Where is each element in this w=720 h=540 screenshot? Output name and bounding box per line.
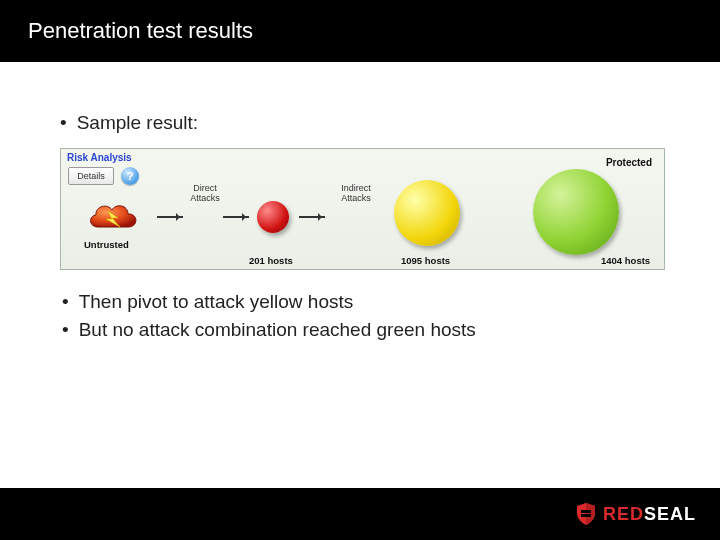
logo-text: REDSEAL bbox=[603, 504, 696, 525]
direct-attacks-l2: Attacks bbox=[190, 193, 220, 203]
bullet-pivot-yellow: • Then pivot to attack yellow hosts bbox=[62, 288, 670, 316]
direct-attacks-label: Direct Attacks bbox=[183, 184, 227, 204]
panel-title: Risk Analysis bbox=[67, 152, 132, 163]
help-icon[interactable]: ? bbox=[121, 167, 139, 185]
redseal-logo: REDSEAL bbox=[575, 502, 696, 526]
arrow-icon bbox=[223, 216, 249, 218]
bullet-no-green-text: But no attack combination reached green … bbox=[79, 316, 476, 344]
bullet-sample-result: • Sample result: bbox=[60, 112, 670, 134]
green-hosts-count: 1404 hosts bbox=[601, 255, 650, 266]
indirect-attacks-label: Indirect Attacks bbox=[333, 184, 379, 204]
green-sphere-icon bbox=[533, 169, 619, 255]
svg-rect-1 bbox=[581, 510, 591, 513]
bullet-dot-icon: • bbox=[62, 316, 69, 344]
risk-analysis-panel: Risk Analysis Details ? Untrusted bbox=[60, 148, 665, 270]
untrusted-cloud-icon bbox=[86, 197, 142, 237]
red-sphere-icon bbox=[257, 201, 289, 233]
shield-icon bbox=[575, 502, 597, 526]
direct-attacks-l1: Direct bbox=[193, 183, 217, 193]
footer-band: REDSEAL bbox=[0, 488, 720, 540]
bullet-sample-result-text: Sample result: bbox=[77, 112, 198, 134]
indirect-attacks-l1: Indirect bbox=[341, 183, 371, 193]
yellow-sphere-icon bbox=[394, 180, 460, 246]
slide-body: • Sample result: Risk Analysis Details ? bbox=[0, 62, 720, 343]
bullet-dot-icon: • bbox=[60, 112, 67, 134]
slide-title-band: Penetration test results bbox=[0, 0, 720, 62]
svg-rect-2 bbox=[581, 514, 591, 517]
arrow-icon bbox=[157, 216, 183, 218]
details-button-label: Details bbox=[77, 171, 105, 181]
logo-text-red: RED bbox=[603, 504, 644, 524]
bullet-pivot-yellow-text: Then pivot to attack yellow hosts bbox=[79, 288, 354, 316]
logo-text-seal: SEAL bbox=[644, 504, 696, 524]
protected-label: Protected bbox=[606, 157, 652, 168]
help-glyph: ? bbox=[127, 170, 134, 182]
sub-bullet-list: • Then pivot to attack yellow hosts • Bu… bbox=[62, 288, 670, 343]
details-button[interactable]: Details bbox=[68, 167, 114, 185]
slide-title: Penetration test results bbox=[28, 18, 253, 44]
bullet-dot-icon: • bbox=[62, 288, 69, 316]
red-hosts-count: 201 hosts bbox=[249, 255, 293, 266]
arrow-icon bbox=[299, 216, 325, 218]
yellow-hosts-count: 1095 hosts bbox=[401, 255, 450, 266]
untrusted-label: Untrusted bbox=[84, 239, 129, 250]
bullet-no-green: • But no attack combination reached gree… bbox=[62, 316, 670, 344]
indirect-attacks-l2: Attacks bbox=[341, 193, 371, 203]
